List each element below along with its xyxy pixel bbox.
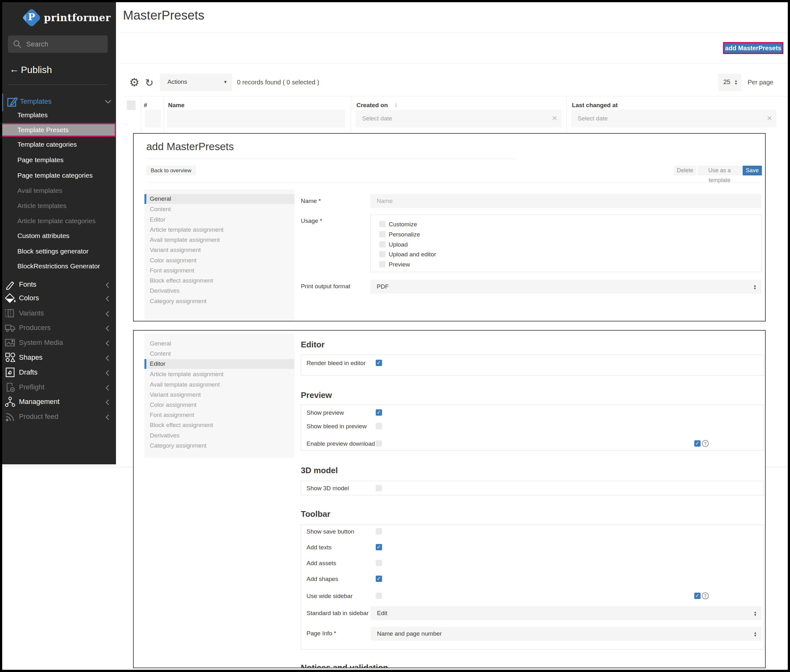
nav-item-category-assignment[interactable]: Category assignment (150, 442, 207, 449)
nav-item-variant-assignment[interactable]: Variant assignment (150, 246, 201, 253)
column-header-last-changed[interactable]: Last changed at (572, 102, 618, 109)
checkbox-render-bleed[interactable] (376, 360, 382, 366)
nav-item-category-assignment[interactable]: Category assignment (150, 298, 207, 305)
save-button[interactable]: Save (743, 166, 762, 175)
clear-filter-icon[interactable]: × (767, 113, 772, 123)
search-input[interactable] (26, 35, 105, 53)
sidebar-item-product-feed[interactable]: Product feed (0, 410, 116, 424)
sidebar-item-templates[interactable]: Templates (18, 111, 112, 121)
select-all-checkbox[interactable] (127, 101, 136, 110)
checkbox-use-wide-sidebar[interactable] (376, 593, 382, 599)
pages-icon (5, 307, 16, 320)
nav-item-article-template-assignment[interactable]: Article template assignment (150, 371, 224, 378)
preset-nav: General Content Editor Article template … (144, 189, 294, 320)
checkbox-personalize[interactable] (379, 231, 385, 237)
delete-button[interactable]: Delete (674, 166, 696, 175)
nav-item-font-assignment[interactable]: Font assignment (150, 411, 194, 419)
checkbox-enable-preview-download[interactable] (376, 440, 382, 446)
nav-item-block-effect-assignment[interactable]: Block effect assignment (150, 277, 213, 284)
nav-item-general[interactable]: General (144, 194, 294, 204)
clear-filter-icon[interactable]: × (552, 113, 557, 123)
checkbox-show-3d-model[interactable] (376, 485, 382, 491)
sidebar-item-avail-templates[interactable]: Avail templates (18, 187, 112, 196)
last-changed-date-filter[interactable]: × (571, 110, 776, 127)
standard-tab-select[interactable]: Edit ▲▼ (371, 606, 762, 620)
help-icon[interactable]: ? (702, 592, 709, 599)
dropdown-caret-icon: ▾ (224, 79, 227, 85)
checkbox-preview[interactable] (379, 261, 385, 267)
help-icon[interactable]: ? (702, 440, 709, 447)
checkbox-show-save-button[interactable] (376, 528, 382, 534)
nav-item-color-assignment[interactable]: Color assignment (150, 257, 197, 264)
checkbox-show-bleed-preview[interactable] (376, 423, 382, 429)
checkbox-customize[interactable] (379, 221, 385, 227)
nav-item-content[interactable]: Content (150, 350, 171, 357)
sidebar-item-system-media[interactable]: System Media (0, 336, 116, 350)
nav-item-block-effect-assignment[interactable]: Block effect assignment (150, 422, 213, 429)
actions-dropdown[interactable]: Actions ▾ (160, 74, 232, 91)
name-field[interactable] (370, 194, 761, 208)
nav-item-avail-template-assignment[interactable]: Avail template assignment (150, 381, 220, 388)
name-filter-input[interactable] (167, 110, 345, 127)
column-header-created-on[interactable]: Created on (357, 102, 388, 109)
add-masterpresets-button[interactable]: add MasterPresets (723, 42, 784, 54)
checkbox-upload-and-editor[interactable] (379, 251, 385, 257)
sidebar-item-templates-group[interactable]: Templates (0, 93, 116, 111)
sidebar-item-custom-attributes[interactable]: Custom attributes (18, 232, 112, 242)
checkbox-use-wide-sidebar-override[interactable] (694, 593, 700, 599)
settings-gear-icon[interactable]: ⚙ (129, 76, 139, 89)
back-to-publish[interactable]: ← Publish (0, 64, 116, 77)
nav-item-content[interactable]: Content (150, 206, 171, 213)
chevron-left-icon (105, 295, 110, 304)
nav-item-general[interactable]: General (150, 340, 171, 347)
nav-item-variant-assignment[interactable]: Variant assignment (150, 391, 201, 398)
created-on-date-filter[interactable]: × (356, 110, 561, 127)
index-filter (145, 110, 161, 127)
nav-item-derivatives[interactable]: Derivatives (150, 432, 179, 439)
sidebar-item-block-settings-generator[interactable]: Block settings generator (18, 248, 112, 257)
chevron-left-icon (105, 282, 110, 290)
column-header-index[interactable]: # (144, 102, 147, 109)
sidebar-item-template-categories[interactable]: Template categories (18, 141, 112, 150)
sidebar-item-article-template-categories[interactable]: Article template categories (18, 217, 112, 227)
page-info-select[interactable]: Name and page number ▲▼ (371, 627, 762, 641)
sidebar-item-colors[interactable]: Colors (0, 291, 116, 306)
checkbox-add-texts[interactable] (376, 544, 382, 550)
sidebar-item-producers[interactable]: Producers (0, 321, 116, 335)
per-page-select[interactable]: 25 ▲▼ (718, 74, 741, 91)
table-top-border (123, 96, 788, 96)
sidebar-item-template-presets[interactable]: Template Presets (0, 123, 116, 137)
print-format-select[interactable]: PDF ▲▼ (370, 280, 761, 294)
sort-desc-icon[interactable]: ↓ (394, 101, 398, 108)
sidebar-search[interactable] (8, 35, 108, 53)
sidebar-item-preflight[interactable]: Preflight (0, 380, 116, 395)
sidebar-item-fonts[interactable]: Fonts (0, 278, 116, 292)
checkbox-show-preview[interactable] (376, 409, 382, 416)
use-as-template-button[interactable]: Use as a template (697, 166, 742, 175)
sidebar-item-management[interactable]: Management (0, 395, 116, 409)
sidebar-item-variants[interactable]: Variants (0, 306, 116, 321)
nav-item-derivatives[interactable]: Derivatives (150, 287, 179, 294)
refresh-icon[interactable]: ↻ (145, 77, 154, 89)
checkbox-add-shapes[interactable] (376, 576, 382, 582)
column-header-name[interactable]: Name (168, 102, 184, 109)
nav-item-editor[interactable]: Editor (144, 359, 294, 369)
nav-item-article-template-assignment[interactable]: Article template assignment (150, 226, 224, 233)
org-chart-icon (5, 396, 16, 409)
nav-item-editor[interactable]: Editor (150, 216, 166, 223)
sidebar-item-page-template-categories[interactable]: Page template categories (18, 172, 112, 181)
checkbox-add-assets[interactable] (376, 560, 382, 566)
nav-item-font-assignment[interactable]: Font assignment (150, 267, 194, 274)
image-icon (5, 337, 16, 350)
sidebar-item-page-templates[interactable]: Page templates (18, 156, 112, 166)
checkbox-upload[interactable] (379, 241, 385, 248)
nav-item-color-assignment[interactable]: Color assignment (150, 402, 197, 408)
checkbox-enable-preview-download-override[interactable] (694, 440, 700, 446)
sidebar-item-blockrestrictions-generator[interactable]: BlockRestrictions Generator (18, 262, 112, 272)
sidebar-item-article-templates[interactable]: Article templates (18, 202, 112, 211)
nav-item-avail-template-assignment[interactable]: Avail template assignment (150, 237, 220, 243)
back-to-overview-button[interactable]: Back to overview (146, 166, 196, 175)
sidebar-item-drafts[interactable]: Drafts (0, 365, 116, 380)
sidebar-item-shapes[interactable]: Shapes (0, 350, 116, 365)
column-divider (141, 96, 141, 133)
